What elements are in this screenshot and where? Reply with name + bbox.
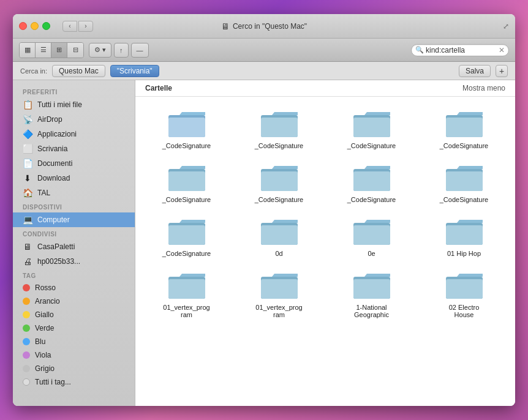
folder-label: 01 Hip Hop [447,250,481,257]
verde-dot [23,324,30,332]
share-button[interactable]: ↑ [114,43,129,58]
salva-button[interactable]: Salva [459,65,491,77]
folders-grid: _CodeSignature _CodeSignature [135,97,515,329]
tutti-tag-dot [23,378,30,386]
search-clear-button[interactable]: ✕ [499,46,505,54]
computer-label: Computer [37,216,70,224]
breadcrumb-bar: Cerca in: Questo Mac "Scrivania" Salva + [13,62,515,80]
view-cover-btn[interactable]: ⊟ [67,43,83,58]
folder-item[interactable]: 1-National Geographic [326,264,417,323]
mostra-meno-button[interactable]: Mostra meno [462,84,505,92]
folder-icon [260,162,299,193]
resize-icon[interactable]: ⤢ [503,22,509,31]
view-list-btn[interactable]: ☰ [36,43,51,58]
grigio-dot [23,365,30,372]
view-buttons: ▦ ☰ ⊞ ⊟ [19,42,84,58]
folder-item[interactable]: _CodeSignature [141,211,232,262]
arrange-icon: ⚙ [94,46,100,54]
share-icon: ↑ [119,47,123,54]
svg-rect-27 [261,279,298,299]
search-box[interactable]: 🔍 kind:cartella ✕ [411,44,509,56]
sidebar-item-blu[interactable]: Blu [13,335,135,348]
folder-label: _CodeSignature [255,142,304,149]
sidebar-item-verde[interactable]: Verde [13,321,135,335]
folder-item[interactable]: 0e [326,211,417,262]
sidebar-item-applicazioni[interactable]: 🔷 Applicazioni [13,127,135,141]
grigio-label: Grigio [35,364,55,373]
sidebar-item-airdrop[interactable]: 📡 AirDrop [13,112,135,127]
sidebar-item-download[interactable]: ⬇ Download [13,171,135,186]
content-area: Cartelle Mostra meno _CodeSignature [135,80,515,406]
sidebar-item-tal[interactable]: 🏠 TAL [13,186,135,200]
folder-item[interactable]: _CodeSignature [141,157,232,208]
casapaletti-label: CasaPaletti [37,242,75,251]
sidebar-item-arancio[interactable]: Arancio [13,294,135,308]
maximize-button[interactable] [42,22,50,30]
folder-icon [352,162,391,193]
folder-item[interactable]: _CodeSignature [141,103,232,154]
folder-label: 01_vertex_program [162,304,211,318]
sidebar-item-computer[interactable]: 💻 Computer [13,212,135,227]
preferiti-label: PREFERITI [13,85,135,97]
airdrop-label: AirDrop [37,115,62,124]
folder-item[interactable]: 01_vertex_program [141,264,232,323]
folder-item[interactable]: _CodeSignature [326,103,417,154]
sidebar-item-giallo[interactable]: Giallo [13,308,135,321]
sidebar-item-viola[interactable]: Viola [13,348,135,362]
folder-item[interactable]: 0d [234,211,324,262]
minimize-button[interactable] [31,22,39,30]
add-button[interactable]: + [496,65,508,77]
close-button[interactable] [19,22,27,30]
folder-label: _CodeSignature [440,196,489,203]
folder-label: _CodeSignature [255,196,304,203]
view-column-btn[interactable]: ⊞ [51,43,67,58]
back-button[interactable]: ‹ [62,21,77,32]
svg-rect-31 [446,279,483,299]
condivisi-label: CONDIVISI [13,227,135,239]
titlebar: ‹ › 🖥 Cerco in "Questo Mac" ⤢ [13,14,515,39]
content-header: Cartelle Mostra meno [135,80,515,97]
folder-item[interactable]: 01 Hip Hop [419,211,509,262]
folder-item[interactable]: _CodeSignature [419,103,509,154]
folder-item[interactable]: 02 Electro House [419,264,509,323]
arrange-button[interactable]: ⚙ ▾ [89,43,111,58]
folder-label: 0e [368,250,375,257]
folder-icon [260,216,299,247]
sidebar-item-tutti[interactable]: 📋 Tutti i miei file [13,97,135,112]
svg-rect-29 [353,279,390,299]
folder-icon [445,269,484,301]
folder-item[interactable]: _CodeSignature [326,157,417,208]
sidebar-item-rosso[interactable]: Rosso [13,281,135,294]
traffic-lights [19,22,50,30]
toolbar: ▦ ☰ ⊞ ⊟ ⚙ ▾ ↑ — 🔍 kind:cartella ✕ [13,39,515,62]
scrivania-label: Scrivania [37,144,67,153]
breadcrumb-scrivania[interactable]: "Scrivania" [110,65,159,77]
sidebar-item-grigio[interactable]: Grigio [13,362,135,375]
view-icon-btn[interactable]: ▦ [20,43,36,58]
folder-icon [260,108,299,140]
breadcrumb-questo-mac[interactable]: Questo Mac [52,65,105,77]
action-button[interactable]: — [131,43,149,58]
folder-item[interactable]: 01_vertex_program [234,264,324,323]
tutti-icon: 📋 [23,100,32,110]
folder-label: 01_vertex_program [255,304,304,318]
folder-item[interactable]: _CodeSignature [234,103,324,154]
svg-rect-19 [261,225,298,245]
folder-item[interactable]: _CodeSignature [419,157,509,208]
forward-button[interactable]: › [78,21,93,32]
folder-item[interactable]: _CodeSignature [234,157,324,208]
folder-icon [352,216,391,247]
sidebar-item-casapaletti[interactable]: 🖥 CasaPaletti [13,239,135,254]
sidebar-item-scrivania[interactable]: ⬜ Scrivania [13,141,135,156]
sidebar-item-documenti[interactable]: 📄 Documenti [13,156,135,171]
hp-label: hp0025b33... [37,257,80,266]
svg-rect-23 [446,225,483,245]
arrange-chevron: ▾ [102,46,106,54]
folder-icon [352,269,391,301]
sidebar-item-tutti-tag[interactable]: Tutti i tag... [13,375,135,389]
sidebar-item-hp0025b33[interactable]: 🖨 hp0025b33... [13,254,135,269]
search-icon: 🔍 [415,46,424,54]
svg-rect-15 [446,171,483,191]
documenti-icon: 📄 [23,159,32,168]
folder-label: 1-National Geographic [347,304,396,318]
